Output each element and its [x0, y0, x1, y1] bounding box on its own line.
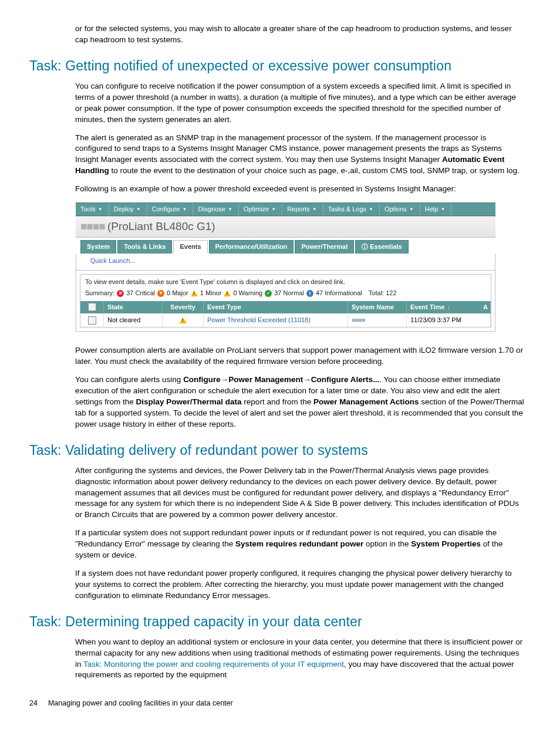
- menu-configure[interactable]: Configure▼: [147, 203, 194, 215]
- menu-optimize[interactable]: Optimize▼: [239, 203, 282, 215]
- tab-bar: System Tools & Links Events Performance/…: [76, 240, 495, 254]
- tab-power-thermal[interactable]: Power/Thermal: [295, 240, 354, 254]
- task1-p3: Following is an example of how a power t…: [75, 184, 525, 195]
- major-icon: ▼: [157, 290, 164, 297]
- chevron-down-icon: ▼: [369, 206, 373, 212]
- task1-heading: Task: Getting notified of unexpected or …: [29, 56, 531, 75]
- tab-system[interactable]: System: [80, 240, 116, 254]
- after1-p1: Power consumption alerts are available o…: [75, 345, 525, 367]
- title-bar: ■■■■(ProLiant BL480c G1): [76, 216, 495, 238]
- chevron-down-icon: ▼: [312, 206, 317, 212]
- task1-p2: The alert is generated as an SNMP trap i…: [75, 133, 525, 177]
- warning-icon: !: [224, 291, 231, 296]
- col-state[interactable]: State: [104, 301, 163, 313]
- menu-reports[interactable]: Reports▼: [282, 203, 323, 215]
- chevron-down-icon: ▼: [228, 206, 232, 212]
- tab-events[interactable]: Events: [173, 240, 207, 254]
- tab-essentials[interactable]: ⓘ Essentials: [355, 240, 408, 254]
- tab-performance[interactable]: Performance/Utilization: [209, 240, 294, 254]
- menu-tools[interactable]: Tools▼: [76, 203, 109, 215]
- task-monitoring-link[interactable]: Task: Monitoring the power and cooling r…: [83, 660, 344, 669]
- page-number: 24: [29, 699, 38, 707]
- table-header: State Severity Event Type System Name Ev…: [80, 301, 491, 313]
- cell-event-type[interactable]: Power Threshold Exceeded (11018): [204, 313, 348, 327]
- info-icon: i: [306, 290, 313, 297]
- minor-icon: !: [191, 291, 198, 296]
- events-screenshot: Tools▼ Deploy▼ Configure▼ Diagnose▼ Opti…: [75, 202, 496, 332]
- device-model: (ProLiant BL480c G1): [107, 220, 215, 232]
- cell-event-time: 11/23/09 3:37 PM: [407, 313, 491, 327]
- col-system-name[interactable]: System Name: [348, 301, 407, 313]
- help-text: To view event details, make sure 'Event …: [80, 275, 491, 288]
- checkbox-icon[interactable]: [88, 303, 96, 311]
- intro-paragraph: or for the selected systems, you may wis…: [75, 23, 525, 46]
- tab-tools-links[interactable]: Tools & Links: [117, 240, 172, 254]
- chevron-down-icon: ▼: [440, 206, 445, 212]
- chevron-down-icon: ▼: [271, 206, 276, 212]
- col-event-time[interactable]: Event Time↓A: [407, 301, 491, 313]
- summary-line: Summary: ✕37 Critical ▼0 Major !1 Minor …: [80, 288, 491, 301]
- col-severity[interactable]: Severity: [163, 301, 204, 313]
- device-name-redacted: ■■■■: [80, 220, 105, 232]
- task2-p2: If a particular system does not support …: [75, 528, 525, 561]
- cell-system-name[interactable]: ■■■■: [348, 313, 407, 327]
- task2-p1: After configuring the systems and device…: [75, 465, 525, 521]
- task2-heading: Task: Validating delivery of redundant p…: [29, 441, 531, 460]
- menu-options[interactable]: Options▼: [380, 203, 420, 215]
- chevron-down-icon: ▼: [98, 206, 103, 212]
- task1-p1: You can configure to receive notificatio…: [75, 81, 525, 126]
- menu-help[interactable]: Help▼: [420, 203, 452, 215]
- footer-title: Managing power and cooling facilities in…: [48, 699, 233, 707]
- menu-tasks-logs[interactable]: Tasks & Logs▼: [323, 203, 380, 215]
- task3-p1: When you want to deploy an additional sy…: [75, 637, 525, 681]
- chevron-down-icon: ▼: [136, 206, 141, 212]
- quick-launch-link[interactable]: Quick Launch...: [76, 254, 495, 270]
- after1-p2: You can configure alerts using Configure…: [75, 374, 525, 430]
- cell-severity: !: [163, 313, 204, 327]
- chevron-down-icon: ▼: [409, 206, 414, 212]
- col-checkbox[interactable]: [80, 301, 104, 313]
- normal-icon: ✓: [265, 290, 272, 297]
- menu-bar: Tools▼ Deploy▼ Configure▼ Diagnose▼ Opti…: [76, 202, 495, 216]
- table-row: Not cleared ! Power Threshold Exceeded (…: [80, 313, 491, 327]
- warning-icon: !: [180, 318, 187, 323]
- task2-p3: If a system does not have redundant powe…: [75, 568, 525, 602]
- cell-state: Not cleared: [104, 313, 163, 327]
- critical-icon: ✕: [117, 290, 124, 297]
- sort-down-icon: ↓: [447, 303, 451, 310]
- col-event-type[interactable]: Event Type: [204, 301, 348, 313]
- menu-diagnose[interactable]: Diagnose▼: [193, 203, 238, 215]
- row-checkbox[interactable]: [88, 316, 96, 325]
- page-footer: 24Managing power and cooling facilities …: [29, 698, 531, 709]
- task3-heading: Task: Determining trapped capacity in yo…: [29, 612, 531, 631]
- chevron-down-icon: ▼: [182, 206, 187, 212]
- menu-deploy[interactable]: Deploy▼: [109, 203, 147, 215]
